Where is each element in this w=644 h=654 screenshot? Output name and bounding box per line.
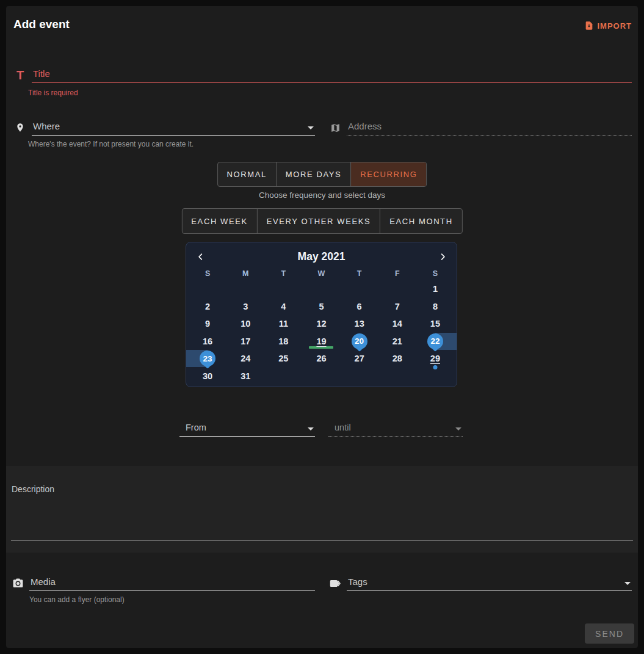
calendar-day-11[interactable]: 11 [264, 315, 302, 333]
calendar-day-empty [378, 368, 416, 385]
until-time-select[interactable]: until [328, 423, 463, 437]
next-month-button[interactable] [435, 249, 450, 264]
day-number: 11 [279, 319, 288, 329]
calendar-day-empty [264, 280, 302, 298]
calendar-day-5[interactable]: 5 [302, 298, 340, 316]
calendar-day-25[interactable]: 25 [264, 350, 302, 368]
calendar-day-2[interactable]: 2 [189, 298, 226, 316]
calendar-day-3[interactable]: 3 [226, 298, 264, 316]
media-helper-text: You can add a flyer (optional) [29, 595, 125, 604]
calendar-day-31[interactable]: 31 [226, 368, 264, 385]
where-field[interactable]: Where [13, 121, 315, 136]
calendar-day-10[interactable]: 10 [226, 315, 264, 333]
frequency-option-each-week[interactable]: EACH WEEK [182, 209, 256, 233]
page-title: Add event [13, 18, 70, 31]
calendar-day-23[interactable]: 23 [189, 350, 226, 368]
day-number: 6 [357, 302, 362, 311]
day-number: 12 [316, 319, 326, 329]
tags-select[interactable]: Tags [347, 576, 632, 591]
calendar-day-13[interactable]: 13 [341, 315, 378, 333]
previous-month-button[interactable] [192, 249, 208, 264]
day-number: 2 [205, 302, 210, 311]
calendar-day-6[interactable]: 6 [341, 298, 378, 316]
selected-day-balloon: 23 [200, 351, 215, 366]
calendar-day-empty [226, 280, 264, 298]
weekday-label-2: T [264, 267, 302, 280]
calendar-day-16[interactable]: 16 [189, 333, 226, 351]
weekday-label-3: W [302, 267, 340, 280]
day-number: 8 [433, 302, 438, 311]
calendar-day-12[interactable]: 12 [302, 315, 340, 333]
calendar-day-20[interactable]: 20 [341, 333, 378, 351]
day-number: 30 [203, 371, 212, 381]
calendar-day-30[interactable]: 30 [189, 368, 226, 385]
day-number: 26 [316, 354, 326, 363]
day-number: 3 [243, 302, 248, 311]
chevron-left-icon [196, 252, 205, 261]
day-number: 17 [241, 336, 250, 346]
day-number: 16 [203, 336, 212, 346]
weekday-label-0: S [189, 267, 226, 280]
import-button[interactable]: IMPORT [584, 21, 632, 31]
calendar-day-15[interactable]: 15 [416, 315, 454, 333]
calendar-day-22[interactable]: 22 [416, 333, 454, 351]
calendar-day-21[interactable]: 21 [378, 333, 416, 351]
calendar-day-1[interactable]: 1 [416, 280, 454, 298]
calendar-day-17[interactable]: 17 [226, 333, 264, 351]
calendar-day-8[interactable]: 8 [416, 298, 454, 316]
media-input[interactable]: Media [29, 576, 315, 591]
where-helper-text: Where's the event? If not present you ca… [28, 140, 194, 148]
weekday-label-5: F [378, 267, 416, 280]
tab-more-days[interactable]: MORE DAYS [276, 162, 350, 186]
calendar-day-empty [416, 368, 454, 385]
calendar-day-26[interactable]: 26 [302, 350, 340, 368]
frequency-tabs: EACH WEEKEVERY OTHER WEEKSEACH MONTH [181, 208, 462, 234]
description-input-underline[interactable] [11, 540, 633, 540]
calendar-month-title: May 2021 [298, 250, 346, 263]
weekday-label-6: S [416, 267, 454, 280]
calendar-day-empty [341, 368, 378, 385]
text-title-icon: T [13, 68, 27, 82]
description-section: Description [6, 466, 638, 553]
send-button[interactable]: SEND [585, 623, 634, 644]
frequency-option-every-other-weeks[interactable]: EVERY OTHER WEEKS [257, 209, 380, 233]
tab-normal[interactable]: NORMAL [218, 162, 276, 186]
calendar-day-24[interactable]: 24 [226, 350, 264, 368]
calendar-day-7[interactable]: 7 [378, 298, 416, 316]
day-number: 7 [395, 302, 400, 311]
tab-recurring[interactable]: RECURRING [350, 162, 426, 186]
frequency-caption: Choose frequency and select days [6, 191, 638, 200]
frequency-option-each-month[interactable]: EACH MONTH [380, 209, 461, 233]
until-time-field[interactable]: until [328, 423, 463, 437]
media-field[interactable]: Media [11, 576, 315, 591]
calendar-day-9[interactable]: 9 [189, 315, 226, 333]
where-select[interactable]: Where [32, 121, 315, 136]
weekday-label-1: M [226, 267, 264, 280]
calendar-day-18[interactable]: 18 [264, 333, 302, 351]
calendar-day-29[interactable]: 29 [416, 350, 454, 368]
day-number: 14 [393, 319, 402, 329]
from-time-field[interactable]: From [179, 423, 315, 437]
from-time-select[interactable]: From [179, 423, 315, 437]
calendar-day-4[interactable]: 4 [264, 298, 302, 316]
weekday-label-4: T [341, 267, 378, 280]
calendar-day-empty [378, 280, 416, 298]
calendar-day-19[interactable]: 19 [302, 333, 340, 351]
import-button-label: IMPORT [597, 21, 632, 31]
calendar-day-empty [302, 280, 340, 298]
title-input[interactable]: Title [32, 68, 632, 83]
day-number: 25 [278, 354, 288, 363]
calendar-day-27[interactable]: 27 [341, 350, 378, 368]
calendar-header: May 2021 [186, 242, 457, 267]
calendar-day-14[interactable]: 14 [378, 315, 416, 333]
day-number: 15 [430, 319, 440, 329]
day-number: 24 [241, 354, 250, 363]
calendar-day-empty [302, 368, 340, 385]
tags-field[interactable]: Tags [328, 576, 632, 591]
title-field[interactable]: T Title [13, 68, 632, 83]
day-number: 21 [393, 336, 402, 346]
calendar-day-28[interactable]: 28 [378, 350, 416, 368]
calendar-grid: 1234567891011121314151617181920212223242… [186, 280, 457, 385]
address-field[interactable]: Address [328, 121, 632, 136]
address-input[interactable]: Address [347, 121, 632, 136]
